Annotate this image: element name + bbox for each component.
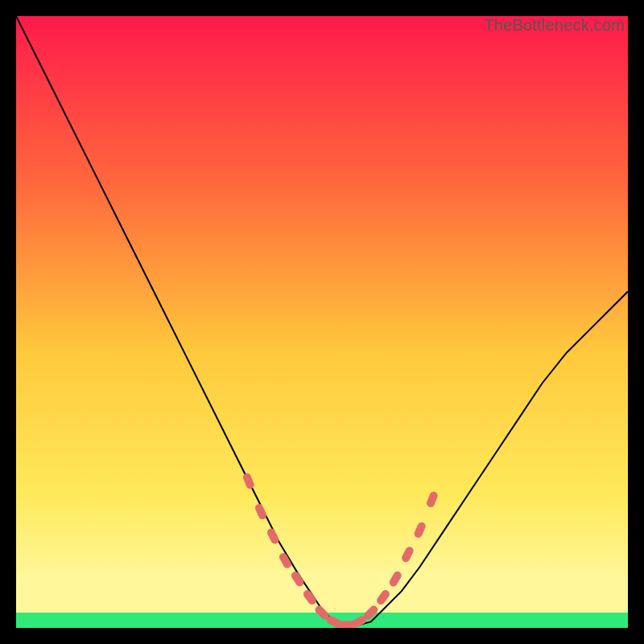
watermark-text: TheBottleneck.com <box>484 16 625 35</box>
gradient-background <box>16 16 628 628</box>
chart-svg <box>16 16 628 628</box>
chart-frame: TheBottleneck.com <box>16 16 628 628</box>
